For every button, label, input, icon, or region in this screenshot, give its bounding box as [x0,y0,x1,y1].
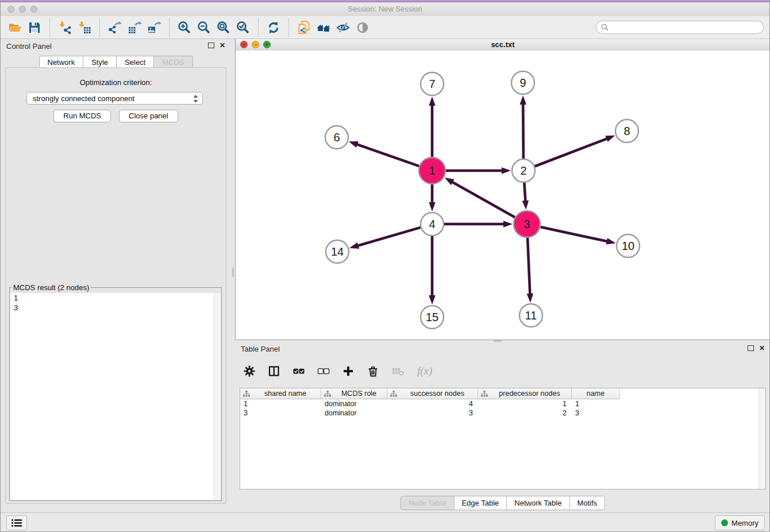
column-header-label: successor nodes [397,390,478,398]
refresh-layout-button[interactable] [264,18,283,37]
export-image-button[interactable] [144,18,164,37]
table-panel-title: Table Panel [241,345,280,353]
table-scrollbar[interactable] [759,388,765,489]
open-session-button[interactable] [5,18,25,37]
control-panel-close-icon[interactable]: ✕ [220,43,225,48]
column-header-mcds-role[interactable]: MCDS role [321,388,387,399]
graph-node-label: 1 [429,164,435,177]
delete-table-button[interactable] [391,365,405,377]
search-field[interactable] [596,21,764,34]
graph-node-10[interactable]: 10 [617,234,640,257]
zoom-in-button[interactable] [175,18,194,37]
node-table: shared nameMCDS rolesuccessor nodesprede… [240,388,766,489]
graph-edge-1-4[interactable] [429,184,436,211]
column-header-successor-nodes[interactable]: successor nodes [387,388,478,399]
graph-node-1[interactable]: 1 [419,157,445,184]
search-icon [601,24,609,31]
mcds-panel: Optimization criterion: strongly connect… [5,67,226,504]
import-table-button[interactable] [75,18,94,37]
zoom-fit-button[interactable] [214,18,233,37]
export-table-button[interactable] [125,18,144,37]
graph-node-9[interactable]: 9 [511,71,534,94]
table-row[interactable]: 3dominator323 [240,408,765,418]
delete-column-button[interactable] [367,365,379,377]
clone-network-button[interactable] [294,18,314,37]
network-canvas[interactable]: 1234678910111415 [236,51,770,340]
split-view-button[interactable] [268,365,280,377]
select-all-checkboxes-icon [292,365,305,377]
export-network-button[interactable] [105,18,125,37]
network-graph: 1234678910111415 [236,51,770,340]
optimization-criterion-select[interactable]: strongly connected component [26,92,203,105]
save-session-button[interactable] [25,18,44,37]
graph-node-14[interactable]: 14 [326,240,349,263]
close-panel-button[interactable]: Close panel [119,110,178,122]
table-settings-button[interactable] [243,365,256,377]
graph-edge-4-14[interactable] [349,228,421,249]
list-icon [11,519,22,527]
column-header-predecessor-nodes[interactable]: predecessor nodes [478,388,572,399]
graph-node-15[interactable]: 15 [421,306,444,329]
dropdown-stepper-icon [192,94,199,103]
window-titlebar: Session: New Session [1,2,769,17]
toggle-graphics-details-button[interactable] [333,18,353,37]
graph-node-8[interactable]: 8 [615,119,638,142]
zoom-fit-icon [216,20,231,35]
graph-edge-1-2[interactable] [446,167,511,174]
zoom-out-button[interactable] [194,18,214,37]
show-hide-button[interactable] [353,18,372,37]
memory-label: Memory [732,519,759,527]
function-builder-button[interactable]: f(x) [417,365,432,377]
import-network-button[interactable] [55,18,75,37]
graph-node-3[interactable]: 3 [514,211,540,237]
table-cell-mcds-role: dominator [321,400,387,408]
application-window: Session: New Session Control Panel [0,0,770,532]
network-window-titlebar: × − + scc.txt [236,39,770,51]
table-row[interactable]: 1dominator411 [240,399,765,408]
graph-node-2[interactable]: 2 [512,159,535,182]
graph-edge-3-11[interactable] [527,238,533,303]
graph-edge-4-15[interactable] [429,236,436,304]
graph-node-6[interactable]: 6 [325,126,348,149]
select-all-button[interactable] [292,365,305,377]
vertical-splitter[interactable] [231,39,235,513]
add-column-button[interactable] [342,365,355,377]
graph-edge-4-3[interactable] [444,221,513,228]
column-header-name[interactable]: name [572,388,620,399]
search-input[interactable] [611,22,759,32]
zoom-out-icon [197,20,211,35]
toolbar-separator [288,18,289,37]
column-header-shared-name[interactable]: shared name [240,388,321,399]
tab-motifs[interactable]: Motifs [569,496,605,510]
graph-edge-3-1[interactable] [445,178,515,217]
graph-edge-1-6[interactable] [349,141,419,166]
unselect-all-button[interactable] [317,365,330,377]
toolbar-separator [99,18,100,37]
graph-edge-2-3[interactable] [522,183,529,210]
first-neighbors-button[interactable] [314,18,333,37]
zoom-selected-button[interactable] [233,18,253,37]
mcds-result-textarea[interactable]: 13 [10,293,221,500]
tab-edge-table[interactable]: Edge Table [454,496,507,510]
graph-edge-3-10[interactable] [540,227,615,245]
graph-node-4[interactable]: 4 [421,213,444,236]
task-history-button[interactable] [6,515,27,530]
table-panel-close-icon[interactable]: ✕ [759,345,765,351]
mcds-result-scrollbar[interactable] [214,293,221,500]
run-mcds-button[interactable]: Run MCDS [53,110,111,122]
graph-node-7[interactable]: 7 [421,72,444,95]
graph-edge-2-8[interactable] [535,136,615,167]
graph-node-label: 15 [426,311,438,323]
control-panel-float-icon[interactable] [208,43,214,48]
status-bar: Memory [1,512,769,531]
tab-network-table[interactable]: Network Table [507,496,569,510]
mcds-result-line: 3 [10,303,221,313]
graph-edge-1-7[interactable] [429,97,436,157]
toolbar-separator [49,18,50,37]
graph-edge-2-9[interactable] [519,95,526,159]
graph-node-11[interactable]: 11 [519,304,542,327]
memory-button[interactable]: Memory [715,515,765,530]
table-panel-float-icon[interactable] [748,345,754,351]
fx-icon: f(x) [417,365,432,377]
tab-node-table[interactable]: Node Table [401,496,455,510]
